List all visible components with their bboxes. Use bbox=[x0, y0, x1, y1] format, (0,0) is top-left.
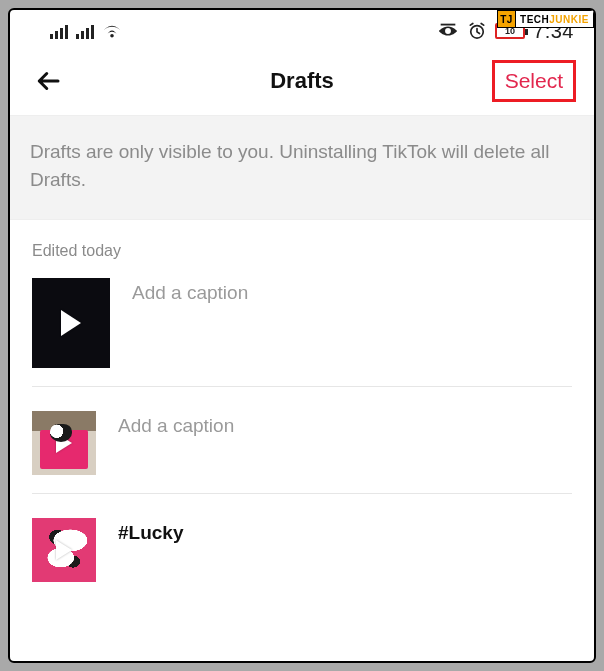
wifi-icon bbox=[102, 23, 122, 39]
section-heading: Edited today bbox=[10, 220, 594, 272]
drafts-notice: Drafts are only visible to you. Uninstal… bbox=[10, 116, 594, 220]
svg-rect-0 bbox=[441, 24, 456, 26]
watermark-text: TECHJUNKIE bbox=[516, 14, 593, 25]
watermark-logo: TJ bbox=[498, 11, 516, 27]
back-button[interactable] bbox=[28, 61, 68, 101]
visibility-icon bbox=[437, 23, 459, 39]
select-button[interactable]: Select bbox=[492, 60, 576, 102]
draft-caption[interactable]: #Lucky bbox=[118, 518, 183, 544]
draft-row[interactable]: Add a caption bbox=[32, 272, 572, 387]
watermark-badge: TJ TECHJUNKIE bbox=[497, 10, 594, 28]
drafts-list: Add a caption Add a caption #Lucky bbox=[10, 272, 594, 600]
draft-thumbnail[interactable] bbox=[32, 278, 110, 368]
signal-bars-icon bbox=[50, 23, 68, 39]
draft-thumbnail[interactable] bbox=[32, 411, 96, 475]
draft-caption[interactable]: Add a caption bbox=[132, 278, 248, 304]
arrow-left-icon bbox=[33, 66, 63, 96]
draft-caption[interactable]: Add a caption bbox=[118, 411, 234, 437]
play-icon bbox=[56, 433, 72, 453]
alarm-icon bbox=[467, 21, 487, 41]
play-icon bbox=[56, 540, 72, 560]
signal-bars-icon bbox=[76, 23, 94, 39]
draft-row[interactable]: #Lucky bbox=[32, 512, 572, 600]
status-left bbox=[50, 23, 122, 39]
draft-thumbnail[interactable] bbox=[32, 518, 96, 582]
play-icon bbox=[61, 310, 81, 336]
app-header: Drafts Select bbox=[10, 46, 594, 116]
device-frame: TJ TECHJUNKIE 10 7:34 bbox=[8, 8, 596, 663]
draft-row[interactable]: Add a caption bbox=[32, 405, 572, 494]
